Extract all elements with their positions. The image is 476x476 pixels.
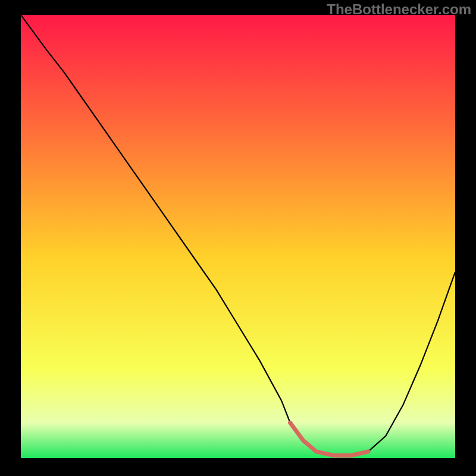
- chart-svg: [21, 15, 455, 458]
- chart-background: [21, 15, 455, 458]
- watermark-text: TheBottlenecker.com: [327, 1, 471, 18]
- chart-container: [21, 15, 455, 458]
